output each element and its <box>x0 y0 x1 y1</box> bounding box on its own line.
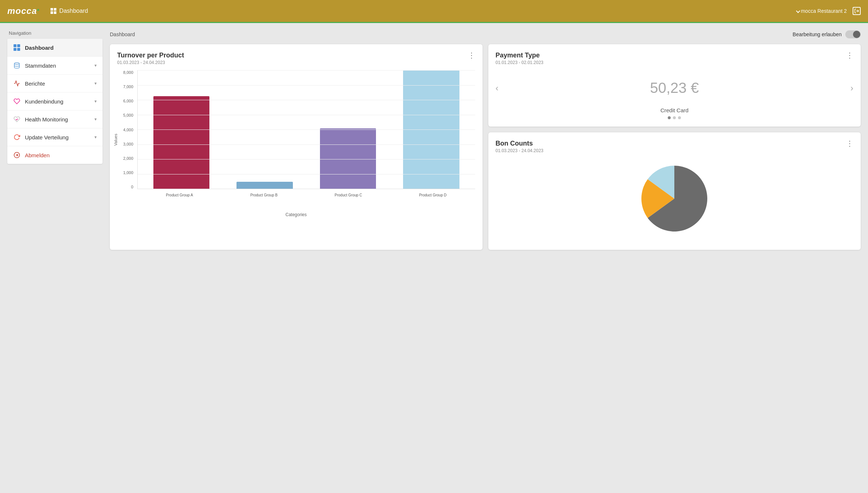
pie-chart <box>638 162 711 235</box>
turnover-card-menu[interactable]: ⋮ <box>468 52 475 59</box>
bar-chart-container: 8,000 7,000 6,000 5,000 4,000 3,000 2,00… <box>117 67 475 217</box>
bar-a <box>153 96 210 189</box>
sidebar-item-update-verteilung[interactable]: Update Verteilung ▾ <box>7 128 103 146</box>
sidebar-panel: Dashboard Stammdaten ▾ <box>7 39 103 164</box>
content-area: Dashboard Bearbeitung erlauben Payment T… <box>110 30 861 486</box>
turnover-card-title: Turnover per Product <box>117 52 184 59</box>
reports-icon <box>13 80 21 87</box>
y-label-3000: 3,000 <box>123 142 133 146</box>
carousel-next[interactable]: › <box>850 83 853 93</box>
top-header: mocca■ Dashboard mocca Restaurant 2 <box>0 0 868 22</box>
sidebar-nav-label: Navigation <box>7 30 103 36</box>
chevron-icon-kundenbindung: ▾ <box>94 99 97 104</box>
y-label-5000: 5,000 <box>123 113 133 117</box>
carousel-prev[interactable]: ‹ <box>496 83 499 93</box>
header-nav-label: Dashboard <box>51 8 88 14</box>
sidebar-label-kundenbindung: Kundenbindung <box>25 98 90 105</box>
chevron-icon-berichte: ▾ <box>94 81 97 86</box>
y-label-4000: 4,000 <box>123 128 133 132</box>
dot-3 <box>678 116 681 119</box>
x-label-d: Product Group D <box>391 193 475 197</box>
content-header: Dashboard Bearbeitung erlauben <box>110 30 861 38</box>
turnover-card: Turnover per Product 01.03.2023 - 24.04.… <box>110 44 483 250</box>
carousel-dots <box>496 116 854 119</box>
logo-text: mocca <box>7 6 37 16</box>
bon-card-menu[interactable]: ⋮ <box>846 140 853 147</box>
bar-group-b <box>224 70 305 189</box>
payment-card-title: Payment Type <box>496 52 544 59</box>
database-icon <box>13 62 21 69</box>
sidebar-item-abmelden[interactable]: Abmelden <box>7 146 103 164</box>
x-label-c: Product Group C <box>306 193 391 197</box>
y-label-7000: 7,000 <box>123 84 133 89</box>
x-label-b: Product Group B <box>222 193 306 197</box>
bar-d <box>403 70 459 189</box>
sidebar-label-stammdaten: Stammdaten <box>25 63 90 69</box>
dot-1 <box>668 116 671 119</box>
bar-b <box>236 182 293 189</box>
main-layout: Navigation Dashboard Stammdaten <box>0 23 868 493</box>
y-label-0: 0 <box>131 185 133 189</box>
payment-label: Credit Card <box>496 107 854 113</box>
breadcrumb: Dashboard <box>110 31 135 37</box>
payment-card-header: Payment Type 01.01.2023 - 02.01.2023 ⋮ <box>496 52 854 65</box>
sidebar-item-stammdaten[interactable]: Stammdaten ▾ <box>7 57 103 75</box>
bon-card-title: Bon Counts <box>496 140 544 147</box>
sidebar-item-berichte[interactable]: Berichte ▾ <box>7 75 103 93</box>
toggle-knob <box>853 31 860 38</box>
y-axis-label: Values <box>113 134 118 146</box>
y-label-6000: 6,000 <box>123 99 133 103</box>
sidebar-label-dashboard: Dashboard <box>25 45 97 51</box>
top-right-area: mocca Restaurant 2 <box>797 7 861 15</box>
dot-2 <box>673 116 676 119</box>
restaurant-name[interactable]: mocca Restaurant 2 <box>797 8 847 14</box>
health-icon <box>13 116 21 123</box>
bon-counts-card: Bon Counts 01.03.2023 - 24.04.2023 ⋮ <box>488 132 861 250</box>
payment-type-card: Payment Type 01.01.2023 - 02.01.2023 ⋮ ‹… <box>488 44 861 127</box>
y-label-1000: 1,000 <box>123 170 133 175</box>
turnover-card-date: 01.03.2023 - 24.04.2023 <box>117 60 184 65</box>
chevron-icon-update: ▾ <box>94 135 97 140</box>
y-label-2000: 2,000 <box>123 156 133 161</box>
sidebar-label-update-verteilung: Update Verteilung <box>25 134 90 140</box>
dashboard-icon <box>13 44 21 51</box>
logout-button[interactable] <box>853 7 861 15</box>
payment-card-date: 01.01.2023 - 02.01.2023 <box>496 60 544 65</box>
payment-card-menu[interactable]: ⋮ <box>846 52 853 59</box>
edit-label: Bearbeitung erlauben <box>793 31 842 37</box>
edit-toggle-area: Bearbeitung erlauben <box>793 30 861 38</box>
x-axis-label: Categories <box>117 212 475 217</box>
update-icon <box>13 133 21 141</box>
bar-c <box>320 128 376 189</box>
sidebar-label-abmelden: Abmelden <box>25 152 97 158</box>
chevron-icon-stammdaten: ▾ <box>94 63 97 68</box>
sidebar-item-dashboard[interactable]: Dashboard <box>7 39 103 57</box>
payment-carousel: ‹ 50,23 € › <box>496 72 854 104</box>
y-label-8000: 8,000 <box>123 70 133 75</box>
sidebar-item-health-monitoring[interactable]: Health Monitoring ▾ <box>7 110 103 128</box>
bar-group-a <box>141 70 221 189</box>
bar-group-d <box>391 70 471 189</box>
sidebar-label-health-monitoring: Health Monitoring <box>25 116 90 123</box>
chevron-down-icon <box>796 9 800 13</box>
grid-icon <box>51 8 56 14</box>
bar-group-c <box>308 70 388 189</box>
logo: mocca■ <box>7 6 40 16</box>
turnover-card-header: Turnover per Product 01.03.2023 - 24.04.… <box>117 52 475 65</box>
loyalty-icon <box>13 98 21 105</box>
sidebar: Navigation Dashboard Stammdaten <box>7 30 103 486</box>
sidebar-item-kundenbindung[interactable]: Kundenbindung ▾ <box>7 93 103 110</box>
bon-card-header: Bon Counts 01.03.2023 - 24.04.2023 ⋮ <box>496 140 854 153</box>
cards-grid: Payment Type 01.01.2023 - 02.01.2023 ⋮ ‹… <box>110 44 861 250</box>
x-label-a: Product Group A <box>137 193 222 197</box>
svg-point-1 <box>14 63 19 65</box>
edit-toggle[interactable] <box>845 30 861 38</box>
sidebar-label-berichte: Berichte <box>25 80 90 87</box>
bon-card-date: 01.03.2023 - 24.04.2023 <box>496 148 544 153</box>
pie-container <box>496 155 854 242</box>
payment-value: 50,23 € <box>650 80 699 96</box>
logout-nav-icon <box>13 151 21 159</box>
chevron-icon-health: ▾ <box>94 117 97 122</box>
